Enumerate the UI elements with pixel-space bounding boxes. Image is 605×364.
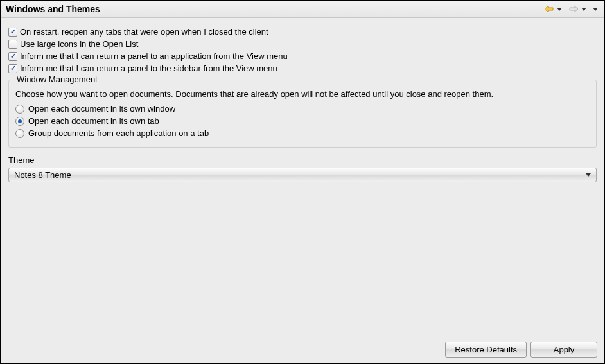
radio-label: Open each document in its own tab xyxy=(28,116,159,126)
checkbox-panel-application: Inform me that I can return a panel to a… xyxy=(8,51,597,61)
radio-input-own-tab[interactable] xyxy=(15,117,24,126)
page-title: Windows and Themes xyxy=(6,4,100,14)
radio-label: Open each document in its own window xyxy=(28,104,175,114)
back-dropdown-icon[interactable] xyxy=(557,8,562,11)
checkbox-input-large-icons[interactable] xyxy=(8,40,17,49)
forward-arrow-icon[interactable] xyxy=(568,4,579,13)
checkbox-label: On restart, reopen any tabs that were op… xyxy=(20,27,268,37)
radio-input-own-window[interactable] xyxy=(15,105,24,114)
checkbox-input-panel-application[interactable] xyxy=(8,52,17,61)
chevron-down-icon xyxy=(586,173,591,177)
radio-input-group-tab[interactable] xyxy=(15,129,24,138)
checkbox-panel-sidebar: Inform me that I can return a panel to t… xyxy=(8,64,597,73)
window-management-group: Window Management Choose how you want to… xyxy=(8,80,597,148)
theme-select[interactable]: Notes 8 Theme xyxy=(8,168,597,182)
checkbox-input-reopen-tabs[interactable] xyxy=(8,28,17,37)
radio-group-tab: Group documents from each application on… xyxy=(15,128,590,138)
checkbox-label: Inform me that I can return a panel to t… xyxy=(20,64,277,73)
checkbox-label: Inform me that I can return a panel to a… xyxy=(20,51,288,61)
nav-icons xyxy=(544,4,598,13)
header: Windows and Themes xyxy=(1,1,604,18)
theme-section: Theme Notes 8 Theme xyxy=(8,155,597,182)
apply-button[interactable]: Apply xyxy=(530,342,597,358)
theme-label: Theme xyxy=(8,155,597,165)
checkbox-reopen-tabs: On restart, reopen any tabs that were op… xyxy=(8,27,597,37)
checkbox-input-panel-sidebar[interactable] xyxy=(8,64,17,73)
content-area: On restart, reopen any tabs that were op… xyxy=(1,18,604,189)
restore-defaults-button[interactable]: Restore Defaults xyxy=(445,342,527,358)
checkbox-label: Use large icons in the Open List xyxy=(20,39,138,49)
window-management-legend: Window Management xyxy=(14,74,100,84)
forward-dropdown-icon[interactable] xyxy=(581,8,586,11)
checkbox-large-icons: Use large icons in the Open List xyxy=(8,39,597,49)
menu-dropdown-icon[interactable] xyxy=(593,8,598,11)
back-arrow-icon[interactable] xyxy=(544,4,554,13)
radio-own-tab: Open each document in its own tab xyxy=(15,116,590,126)
footer-buttons: Restore Defaults Apply xyxy=(445,342,597,358)
radio-own-window: Open each document in its own window xyxy=(15,104,590,114)
window-management-description: Choose how you want to open documents. D… xyxy=(15,89,590,99)
theme-selected-value: Notes 8 Theme xyxy=(14,170,71,180)
radio-label: Group documents from each application on… xyxy=(28,128,209,138)
